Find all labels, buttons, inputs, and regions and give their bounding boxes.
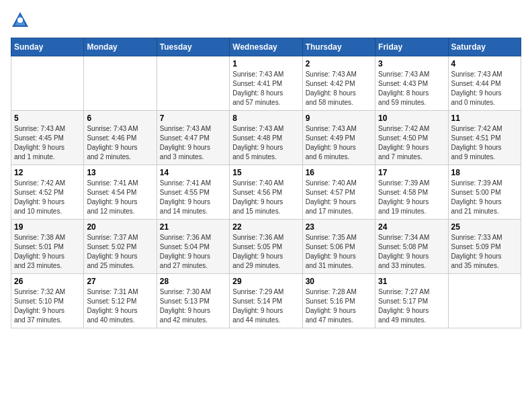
day-number: 6 [87,113,153,123]
calendar-cell: 23Sunrise: 7:35 AM Sunset: 5:06 PM Dayli… [302,220,375,274]
day-number: 30 [306,277,372,286]
day-info: Sunrise: 7:41 AM Sunset: 4:55 PM Dayligh… [160,179,226,216]
weekday-header-thursday: Thursday [302,38,375,56]
day-info: Sunrise: 7:40 AM Sunset: 4:57 PM Dayligh… [306,179,372,216]
day-info: Sunrise: 7:34 AM Sunset: 5:08 PM Dayligh… [378,233,445,271]
day-number: 29 [232,277,299,286]
day-info: Sunrise: 7:40 AM Sunset: 4:56 PM Dayligh… [232,179,299,216]
day-info: Sunrise: 7:29 AM Sunset: 5:14 PM Dayligh… [232,287,299,325]
day-number: 16 [306,168,372,177]
day-number: 31 [378,277,445,286]
calendar-cell: 15Sunrise: 7:40 AM Sunset: 4:56 PM Dayli… [230,165,302,220]
calendar-cell: 26Sunrise: 7:32 AM Sunset: 5:10 PM Dayli… [11,274,84,328]
day-number: 24 [378,222,445,232]
day-info: Sunrise: 7:36 AM Sunset: 5:05 PM Dayligh… [232,233,299,271]
calendar-cell [448,274,521,328]
day-number: 5 [14,113,81,123]
day-info: Sunrise: 7:43 AM Sunset: 4:49 PM Dayligh… [306,124,372,162]
calendar-cell: 12Sunrise: 7:42 AM Sunset: 4:52 PM Dayli… [11,165,84,220]
day-info: Sunrise: 7:33 AM Sunset: 5:09 PM Dayligh… [451,233,518,271]
day-info: Sunrise: 7:43 AM Sunset: 4:47 PM Dayligh… [160,124,226,162]
day-number: 20 [87,222,153,232]
day-info: Sunrise: 7:36 AM Sunset: 5:04 PM Dayligh… [160,233,226,271]
day-info: Sunrise: 7:43 AM Sunset: 4:42 PM Dayligh… [306,70,372,107]
calendar-cell: 27Sunrise: 7:31 AM Sunset: 5:12 PM Dayli… [84,274,157,328]
day-info: Sunrise: 7:30 AM Sunset: 5:13 PM Dayligh… [160,287,226,325]
day-number: 23 [306,222,372,232]
day-info: Sunrise: 7:42 AM Sunset: 4:52 PM Dayligh… [14,179,81,216]
calendar-cell: 22Sunrise: 7:36 AM Sunset: 5:05 PM Dayli… [230,220,302,274]
day-info: Sunrise: 7:43 AM Sunset: 4:48 PM Dayligh… [232,124,299,162]
calendar-cell: 9Sunrise: 7:43 AM Sunset: 4:49 PM Daylig… [302,111,375,165]
weekday-header-monday: Monday [84,38,157,56]
weekday-header-tuesday: Tuesday [157,38,229,56]
day-info: Sunrise: 7:39 AM Sunset: 4:58 PM Dayligh… [378,179,445,216]
calendar-cell: 2Sunrise: 7:43 AM Sunset: 4:42 PM Daylig… [302,56,375,111]
day-number: 21 [160,222,226,232]
calendar-body: 1Sunrise: 7:43 AM Sunset: 4:41 PM Daylig… [11,56,521,328]
calendar-cell: 4Sunrise: 7:43 AM Sunset: 4:44 PM Daylig… [448,56,521,111]
day-number: 1 [232,59,299,68]
day-number: 4 [451,59,518,68]
svg-point-2 [17,17,23,23]
calendar-cell: 14Sunrise: 7:41 AM Sunset: 4:55 PM Dayli… [157,165,229,220]
calendar-cell [84,56,157,111]
day-number: 9 [306,113,372,123]
calendar-cell: 3Sunrise: 7:43 AM Sunset: 4:43 PM Daylig… [375,56,448,111]
calendar-cell: 6Sunrise: 7:43 AM Sunset: 4:46 PM Daylig… [84,111,157,165]
calendar-cell: 8Sunrise: 7:43 AM Sunset: 4:48 PM Daylig… [230,111,302,165]
weekday-header-sunday: Sunday [11,38,84,56]
calendar-cell: 31Sunrise: 7:27 AM Sunset: 5:17 PM Dayli… [375,274,448,328]
calendar-cell: 24Sunrise: 7:34 AM Sunset: 5:08 PM Dayli… [375,220,448,274]
day-number: 17 [378,168,445,177]
day-info: Sunrise: 7:35 AM Sunset: 5:06 PM Dayligh… [306,233,372,271]
calendar-cell: 17Sunrise: 7:39 AM Sunset: 4:58 PM Dayli… [375,165,448,220]
day-number: 19 [14,222,81,232]
day-info: Sunrise: 7:42 AM Sunset: 4:50 PM Dayligh… [378,124,445,162]
calendar-cell: 29Sunrise: 7:29 AM Sunset: 5:14 PM Dayli… [230,274,302,328]
day-info: Sunrise: 7:39 AM Sunset: 5:00 PM Dayligh… [451,179,518,216]
day-number: 18 [451,168,518,177]
day-number: 3 [378,59,445,68]
day-number: 13 [87,168,153,177]
calendar-week-2: 5Sunrise: 7:43 AM Sunset: 4:45 PM Daylig… [11,111,521,165]
weekday-header-wednesday: Wednesday [230,38,302,56]
logo-icon [11,11,30,30]
calendar-table: SundayMondayTuesdayWednesdayThursdayFrid… [11,38,521,328]
calendar-cell: 18Sunrise: 7:39 AM Sunset: 5:00 PM Dayli… [448,165,521,220]
logo [11,11,32,30]
calendar-cell: 5Sunrise: 7:43 AM Sunset: 4:45 PM Daylig… [11,111,84,165]
day-number: 10 [378,113,445,123]
day-info: Sunrise: 7:41 AM Sunset: 4:54 PM Dayligh… [87,179,153,216]
day-info: Sunrise: 7:43 AM Sunset: 4:44 PM Dayligh… [451,70,518,107]
day-info: Sunrise: 7:43 AM Sunset: 4:45 PM Dayligh… [14,124,81,162]
day-info: Sunrise: 7:31 AM Sunset: 5:12 PM Dayligh… [87,287,153,325]
calendar-cell: 1Sunrise: 7:43 AM Sunset: 4:41 PM Daylig… [230,56,302,111]
day-info: Sunrise: 7:42 AM Sunset: 4:51 PM Dayligh… [451,124,518,162]
calendar-cell: 28Sunrise: 7:30 AM Sunset: 5:13 PM Dayli… [157,274,229,328]
day-number: 8 [232,113,299,123]
calendar-cell: 30Sunrise: 7:28 AM Sunset: 5:16 PM Dayli… [302,274,375,328]
weekday-header-friday: Friday [375,38,448,56]
calendar-cell: 19Sunrise: 7:38 AM Sunset: 5:01 PM Dayli… [11,220,84,274]
calendar-cell: 13Sunrise: 7:41 AM Sunset: 4:54 PM Dayli… [84,165,157,220]
calendar-week-3: 12Sunrise: 7:42 AM Sunset: 4:52 PM Dayli… [11,165,521,220]
day-number: 27 [87,277,153,286]
day-info: Sunrise: 7:43 AM Sunset: 4:43 PM Dayligh… [378,70,445,107]
page-header [11,11,521,30]
calendar-cell: 10Sunrise: 7:42 AM Sunset: 4:50 PM Dayli… [375,111,448,165]
day-number: 22 [232,222,299,232]
day-number: 2 [306,59,372,68]
day-info: Sunrise: 7:43 AM Sunset: 4:41 PM Dayligh… [232,70,299,107]
day-number: 7 [160,113,226,123]
calendar-header: SundayMondayTuesdayWednesdayThursdayFrid… [11,38,521,56]
day-info: Sunrise: 7:38 AM Sunset: 5:01 PM Dayligh… [14,233,81,271]
calendar-cell: 25Sunrise: 7:33 AM Sunset: 5:09 PM Dayli… [448,220,521,274]
calendar-cell: 11Sunrise: 7:42 AM Sunset: 4:51 PM Dayli… [448,111,521,165]
day-info: Sunrise: 7:28 AM Sunset: 5:16 PM Dayligh… [306,287,372,325]
day-info: Sunrise: 7:43 AM Sunset: 4:46 PM Dayligh… [87,124,153,162]
day-info: Sunrise: 7:32 AM Sunset: 5:10 PM Dayligh… [14,287,81,325]
calendar-cell [11,56,84,111]
day-number: 12 [14,168,81,177]
calendar-cell [157,56,229,111]
